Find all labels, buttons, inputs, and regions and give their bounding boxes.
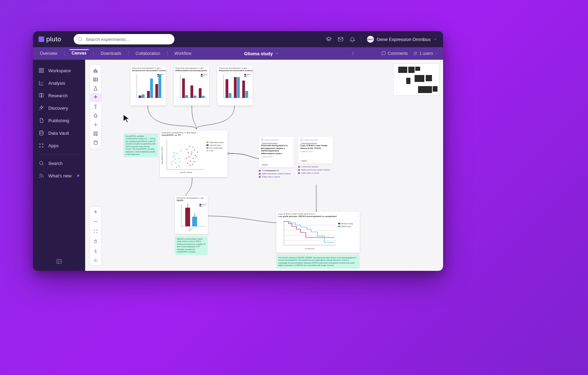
svg-text:OS (Months): OS (Months) (305, 248, 315, 250)
settings-button[interactable] (90, 256, 101, 265)
tool-text-button[interactable] (90, 102, 101, 111)
svg-point-62 (190, 165, 191, 166)
create-new-analysis-button[interactable]: Create new analysis (259, 169, 294, 172)
download-button[interactable] (90, 246, 101, 256)
comment-icon (381, 51, 386, 56)
select-prev-analysis-button[interactable]: Select previously created analysis (298, 169, 333, 171)
chevron-down-icon (435, 52, 438, 55)
tab-canvas[interactable]: Canvas (70, 49, 89, 57)
search-box[interactable] (74, 34, 174, 44)
svg-point-46 (179, 166, 180, 167)
topbar: pluto GEO Gene Expression Omnibus (33, 31, 443, 47)
tool-barchart-button[interactable] (90, 66, 101, 75)
experiment-title: Polycomb dysregulation in gliomagenesis … (261, 144, 292, 155)
tool-sparkle-button[interactable] (90, 93, 101, 102)
svg-point-3 (353, 53, 353, 54)
users-button[interactable]: 1 users (413, 51, 438, 56)
card-overline: Polycomb dysregulation in gliomagen... (217, 66, 253, 69)
search-icon (78, 37, 83, 42)
svg-rect-22 (95, 69, 96, 72)
svg-point-14 (40, 144, 41, 145)
svg-rect-26 (94, 132, 95, 133)
svg-point-33 (174, 156, 175, 157)
select-data-button[interactable]: Select data or results (259, 176, 294, 178)
svg-rect-10 (42, 71, 43, 73)
card-barplot-1[interactable]: Polycomb dysregulation in gliomagen... A… (130, 66, 166, 106)
create-new-analysis-button[interactable]: Create new analysis (298, 166, 333, 168)
tab-overview[interactable]: Overview (38, 50, 59, 57)
svg-text:Other: Other (210, 150, 214, 152)
species-pill: mouse (261, 164, 269, 166)
sidebar-item-datavault[interactable]: Data Vault (36, 127, 82, 139)
card-survival[interactable]: Copy of Brain Lower Grade Glioma (LG... … (276, 212, 360, 253)
canvas[interactable]: Polycomb dysregulation in gliomagen... A… (85, 60, 443, 271)
svg-point-49 (191, 152, 193, 153)
zoom-in-button[interactable] (90, 207, 101, 217)
svg-point-18 (40, 161, 43, 165)
card-overline: Copy of Brain Lower Grade Glioma (LG... (276, 212, 360, 215)
search-input[interactable] (85, 37, 170, 42)
zoom-fit-button[interactable] (90, 226, 101, 236)
bell-icon[interactable] (349, 36, 356, 42)
account-switcher[interactable]: GEO Gene Expression Omnibus (367, 36, 438, 43)
svg-rect-67 (206, 142, 209, 143)
svg-point-32 (173, 161, 174, 162)
svg-rect-9 (39, 71, 41, 73)
tab-collaboration[interactable]: Collaboration (133, 50, 162, 57)
account-label: Gene Expression Omnibus (377, 37, 431, 42)
tab-workflow[interactable]: Workflow (172, 50, 194, 57)
experiment-card-2[interactable]: Linked experiment bulk rna-seq analysis … (298, 137, 333, 174)
svg-text:ZNF423 upreg.: ZNF423 upreg. (341, 226, 351, 227)
curated-by: Curated by TCGA (300, 151, 331, 152)
sidebar-item-whatsnew[interactable]: What's new (36, 170, 82, 182)
account-badge-icon: GEO (367, 36, 374, 43)
tab-downloads[interactable]: Downloads (99, 50, 123, 57)
kebab-menu-icon[interactable] (351, 51, 356, 56)
education-icon[interactable] (326, 36, 332, 42)
tool-star-button[interactable] (90, 111, 101, 120)
sidebar-item-search[interactable]: Search (36, 157, 82, 169)
tool-flask-button[interactable] (90, 84, 101, 93)
comments-button[interactable]: Comments (381, 51, 408, 56)
svg-point-6 (416, 52, 417, 53)
experiment-card-1[interactable]: Linked experiment bulk rna-seq analysis … (259, 137, 294, 178)
sticky-note-3[interactable]: The human ortholog of Zfp423, ZNF423, ha… (276, 255, 360, 269)
sidebar-item-publishing[interactable]: Publishing (36, 115, 82, 126)
svg-point-17 (42, 147, 43, 148)
project-switcher[interactable]: Glioma study (244, 51, 279, 56)
tool-table-button[interactable] (90, 75, 101, 84)
select-data-button[interactable]: Select data or results (298, 172, 333, 174)
minimap[interactable] (394, 64, 439, 95)
svg-rect-23 (97, 71, 98, 73)
svg-point-56 (195, 155, 196, 156)
sticky-note-2[interactable]: Zfp423 is a transcription factor under d… (175, 236, 208, 255)
sidebar-item-analysis[interactable]: Analysis (36, 77, 82, 89)
lock-button[interactable] (90, 236, 101, 246)
svg-text:ZNF423 downreg.: ZNF423 downreg. (341, 223, 353, 225)
card-barplot-2[interactable]: Polycomb dysregulation in gliomagen... D… (174, 66, 209, 106)
sidebar-item-research[interactable]: Research (36, 90, 82, 101)
tool-frame-button[interactable] (90, 120, 101, 129)
collapse-sidebar-button[interactable] (56, 258, 62, 265)
mail-icon[interactable] (337, 36, 344, 42)
svg-point-16 (40, 147, 41, 148)
tool-database-button[interactable] (90, 138, 101, 147)
sidebar-item-label: What's new (48, 173, 72, 178)
card-barplot-3[interactable]: Polycomb dysregulation in gliomagen... R… (217, 66, 253, 106)
sidebar: Workspace Analysis Research Discovery Pu… (33, 60, 85, 271)
tool-qr-button[interactable] (90, 129, 101, 138)
sidebar-item-apps[interactable]: Apps (36, 140, 82, 151)
sparkle-icon (39, 105, 44, 111)
svg-rect-28 (94, 134, 95, 135)
svg-point-42 (176, 167, 177, 168)
select-prev-analysis-button[interactable]: Select previously created analysis (259, 173, 294, 175)
svg-rect-24 (93, 78, 98, 81)
document-icon (39, 118, 44, 123)
zoom-out-button[interactable] (90, 217, 101, 226)
sidebar-item-workspace[interactable]: Workspace (36, 65, 82, 76)
sidebar-item-discovery[interactable]: Discovery (36, 102, 82, 114)
sticky-note-1[interactable]: AstroEGFR+ samples overlain/paste mostly… (123, 133, 158, 157)
card-barplot-zfp423[interactable]: Polycomb dysregulation in gliomagen... Z… (175, 196, 208, 234)
card-overline: Polycomb dysregulation in gliomagen... (160, 131, 228, 134)
card-volcano[interactable]: Polycomb dysregulation in gliomagen... A… (160, 131, 228, 177)
